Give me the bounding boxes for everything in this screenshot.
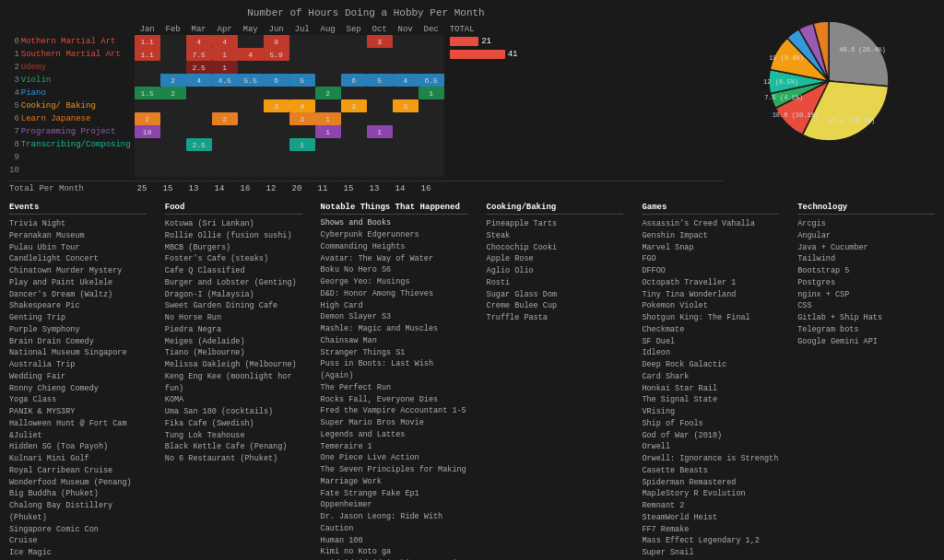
- heatmap-cell: [186, 125, 212, 138]
- food-list: Kotuwa (Sri Lankan)Rollie Ollie (fusion …: [165, 218, 302, 465]
- heatmap-cell: [341, 35, 367, 48]
- list-item: MapleStory R Evolution: [642, 488, 779, 500]
- heatmap-cell: [160, 164, 186, 177]
- list-item: DFFOO: [642, 265, 779, 277]
- heatmap-cell: [419, 61, 444, 74]
- list-item: Assassin's Creed Vahalla: [642, 218, 779, 230]
- heatmap-cell: 1: [367, 125, 393, 138]
- heatmap-cell: [186, 151, 212, 164]
- cooking-header: Cooking/Baking: [487, 203, 624, 215]
- heatmap-cell: 9: [264, 35, 289, 48]
- jan-header: Jan: [135, 24, 160, 35]
- list-item: Dancer's Dream (Waltz): [9, 289, 147, 301]
- row-label: Learn Japanese: [21, 112, 135, 125]
- heatmap-cell: [419, 164, 444, 177]
- month-total-value: 13: [181, 184, 206, 193]
- heatmap-cell: 1.1: [135, 48, 160, 61]
- row-label: Violin: [21, 74, 135, 87]
- list-item: Demon Slayer S3: [321, 311, 468, 323]
- list-item: D&D: Honor Among Thieves: [321, 288, 468, 300]
- list-item: Fate Strange Fake Ep1: [321, 488, 468, 500]
- main-container: Number of Hours Doing a Hobby Per Month …: [0, 0, 944, 560]
- row-num: 6: [9, 112, 21, 125]
- list-item: Card Shark: [642, 371, 779, 383]
- list-item: The Seven Principles for Making Marriage…: [321, 464, 468, 488]
- list-item: Big Buddha (Phuket): [9, 488, 147, 500]
- list-item: Cyberpunk Edgerunners: [321, 229, 468, 241]
- heatmap-cell: 5.5: [238, 74, 264, 87]
- heatmap-cell: [367, 164, 393, 177]
- month-total-value: 16: [232, 184, 258, 193]
- row-label: Mothern Martial Art: [21, 35, 135, 48]
- food-header: Food: [165, 203, 302, 215]
- list-item: Commanding Heights: [321, 241, 468, 253]
- heatmap-container: Jan Feb Mar Apr May Jun Jul Aug Sep Oct …: [9, 24, 723, 177]
- dec-header: Dec: [419, 24, 444, 35]
- heatmap-cell: 3: [289, 112, 315, 125]
- list-item: KOMA: [165, 394, 302, 406]
- row-label: [21, 164, 135, 177]
- list-item: Fika Cafe (Swedish): [165, 418, 302, 430]
- month-total-value: 20: [284, 184, 310, 193]
- heatmap-cell: [289, 48, 315, 61]
- heatmap-cell: [160, 99, 186, 112]
- list-item: Bootstrap 5: [797, 265, 935, 277]
- pie-label: 56.5 (30.7%): [829, 117, 875, 124]
- pie-label: 7.5 (4.1%): [764, 94, 803, 101]
- row-label: Southern Martial Art: [21, 48, 135, 61]
- list-item: Dragon-I (Malaysia): [165, 289, 302, 301]
- row-total: [444, 61, 723, 74]
- heatmap-cell: [238, 125, 264, 138]
- heatmap-cell: [419, 125, 444, 138]
- heatmap-cell: 4: [393, 74, 419, 87]
- heatmap-cell: 4: [238, 48, 264, 61]
- list-item: Trivia Night: [9, 218, 147, 230]
- list-item: MBCB (Burgers): [165, 242, 302, 254]
- heatmap-cell: [135, 151, 160, 164]
- heatmap-cell: [264, 138, 289, 151]
- heatmap-cell: [367, 112, 393, 125]
- list-item: Java + Cucumber: [797, 242, 935, 254]
- list-item: Aglio Olio: [487, 265, 624, 277]
- events-col: Events Trivia NightPeranakan MuseumPulau…: [9, 203, 147, 560]
- heatmap-cell: [393, 87, 419, 99]
- heatmap-cell: 2.5: [186, 61, 212, 74]
- heatmap-cell: [160, 35, 186, 48]
- heatmap-cell: [315, 35, 341, 48]
- list-item: Mass Effect Legendary 1,2: [642, 535, 779, 547]
- list-item: nginx + CSP: [797, 289, 935, 301]
- list-item: Wedding Fair: [9, 371, 147, 383]
- list-item: Oppenheimer: [321, 499, 468, 511]
- list-item: Meiges (Adelaide): [165, 336, 302, 348]
- heatmap-cell: [341, 87, 367, 99]
- row-total: [444, 151, 723, 164]
- heatmap-cell: 5: [289, 74, 315, 87]
- list-item: Kimi no Koto ga Daidaidaidaidaisuki na 1…: [321, 546, 468, 560]
- heatmap-cell: 2: [160, 87, 186, 99]
- heatmap-cell: 7.5: [186, 48, 212, 61]
- list-item: Avatar: The Way of Water: [321, 253, 468, 265]
- list-item: Postgres: [797, 277, 935, 289]
- heatmap-cell: [315, 164, 341, 177]
- sep-header: Sep: [341, 24, 367, 35]
- list-item: CSS: [797, 300, 935, 312]
- list-item: George Yeo: Musings: [321, 276, 468, 288]
- heatmap-cell: [160, 61, 186, 74]
- heatmap-cell: [238, 61, 264, 74]
- heatmap-cell: 2.5: [186, 138, 212, 151]
- oct-header: Oct: [367, 24, 393, 35]
- list-item: Yoga Class: [9, 394, 147, 406]
- list-item: Hidden SG (Toa Payoh): [9, 441, 147, 453]
- list-item: Ronny Chieng Comedy: [9, 383, 147, 395]
- list-item: National Museum Singapore: [9, 347, 147, 359]
- notable-header: Notable Things That Happened: [321, 203, 468, 215]
- heatmap-cell: [212, 164, 238, 177]
- heatmap-cell: [393, 48, 419, 61]
- heatmap-cell: [212, 138, 238, 151]
- list-item: Dr. Jason Leong: Ride With Caution: [321, 511, 468, 535]
- list-item: Sugar Glass Dom: [487, 289, 624, 301]
- heatmap-cell: [186, 164, 212, 177]
- list-item: PANIK & MYS3RY: [9, 406, 147, 418]
- pie-area: 48.6 (26.4%)56.5 (30.7%)18.6 (10.1%)7.5 …: [732, 7, 935, 193]
- list-item: Cafe Q Classified: [165, 265, 302, 277]
